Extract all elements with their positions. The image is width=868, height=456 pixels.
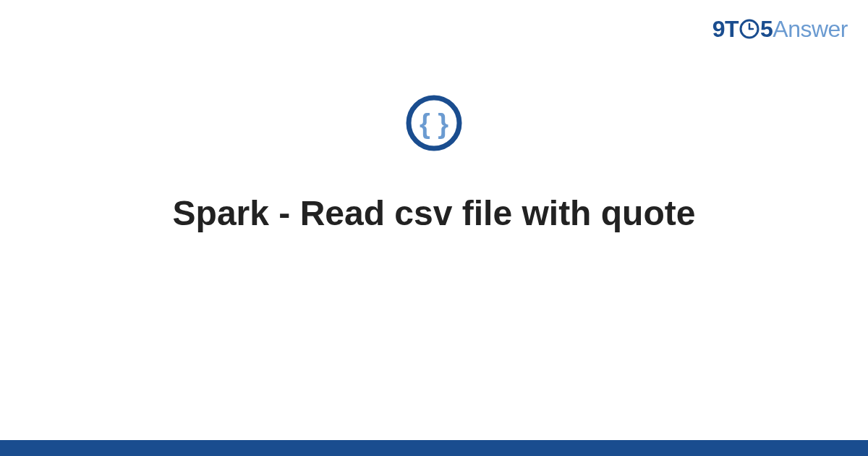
clock-icon [739, 19, 760, 39]
code-braces-icon: { } [405, 94, 463, 155]
logo-text-5: 5 [760, 16, 773, 42]
page-title: Spark - Read csv file with quote [173, 191, 696, 236]
site-logo: 9T5Answer [712, 16, 848, 43]
logo-text-9t: 9T [712, 16, 739, 42]
main-content: { } Spark - Read csv file with quote [0, 94, 868, 236]
footer-bar [0, 440, 868, 456]
svg-text:{ }: { } [420, 109, 448, 139]
logo-text-answer: Answer [773, 16, 848, 42]
